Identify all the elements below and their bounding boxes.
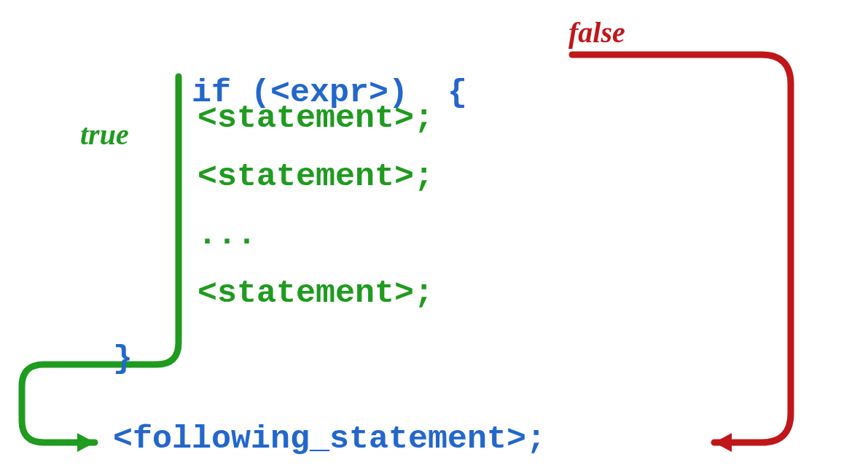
ellipsis: ...: [198, 219, 257, 251]
if-statement-diagram: if (<expr>) { <statement>; <statement>; …: [0, 0, 868, 468]
false-label: false: [568, 18, 625, 47]
close-brace: }: [113, 343, 133, 375]
following-statement: <following_statement>;: [113, 423, 546, 456]
true-label: true: [80, 120, 129, 149]
false-arrow-path: [572, 55, 791, 442]
statement-2: <statement>;: [198, 160, 434, 193]
open-brace: {: [428, 74, 467, 112]
false-arrow-head: [714, 433, 732, 452]
statement-1: <statement>;: [198, 102, 434, 135]
statement-n: <statement>;: [198, 277, 434, 310]
true-arrow-head: [77, 433, 95, 452]
